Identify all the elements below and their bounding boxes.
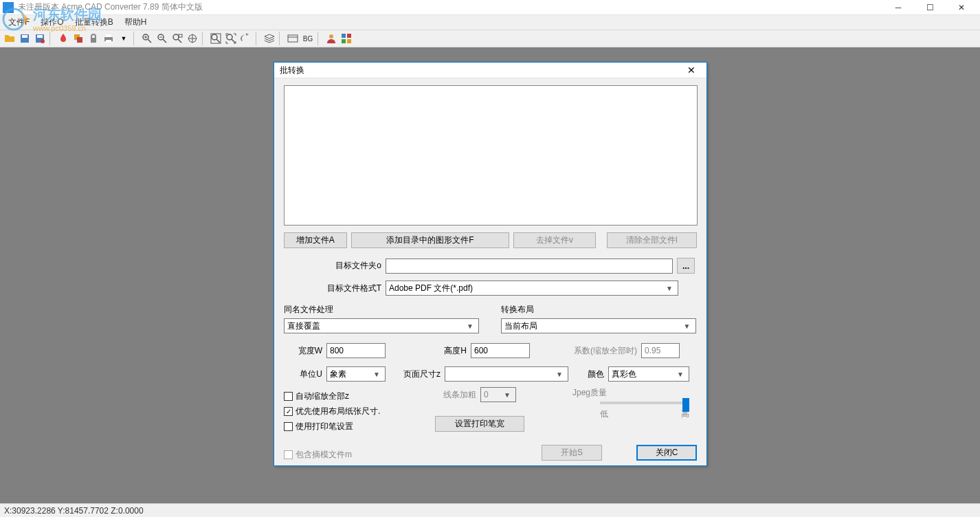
watermark-url: www.pc0359.cn bbox=[33, 24, 102, 32]
dialog-body: 增加文件A 添加目录中的图形文件F 去掉文件v 清除全部文件l 目标文件夹o .… bbox=[274, 78, 706, 468]
dialog-close-button[interactable]: ✕ bbox=[682, 63, 701, 78]
watermark-logo-icon bbox=[1, 6, 32, 33]
remove-file-button[interactable]: 去掉文件v bbox=[513, 232, 595, 248]
svg-point-18 bbox=[173, 34, 179, 40]
target-format-value: Adobe PDF 文件(*.pdf) bbox=[389, 283, 664, 294]
svg-point-21 bbox=[212, 34, 217, 40]
chevron-down-icon: ▼ bbox=[371, 371, 382, 378]
color-label: 颜色 bbox=[572, 368, 604, 380]
file-buttons-row: 增加文件A 添加目录中的图形文件F 去掉文件v 清除全部文件l bbox=[284, 232, 697, 248]
minimize-button[interactable]: ─ bbox=[882, 1, 914, 14]
scale-input bbox=[641, 343, 680, 358]
coordinates-label: X:30923.2286 Y:81457.7702 Z:0.0000 bbox=[4, 506, 144, 516]
zoom-out-icon[interactable] bbox=[155, 32, 169, 45]
file-list[interactable] bbox=[284, 85, 698, 226]
svg-line-12 bbox=[148, 39, 151, 43]
chevron-down-icon: ▼ bbox=[675, 371, 686, 378]
slider-low-label: 低 bbox=[600, 408, 608, 420]
checkbox-icon bbox=[284, 392, 293, 401]
use-layout-paper-checkbox-row[interactable]: ✓ 优先使用布局纸张尺寸. bbox=[284, 406, 435, 417]
start-button[interactable]: 开始S bbox=[542, 445, 602, 461]
color-combo[interactable]: 真彩色 ▼ bbox=[608, 366, 689, 382]
window-icon[interactable] bbox=[339, 32, 353, 45]
slider-thumb bbox=[682, 398, 689, 412]
layer-icon[interactable] bbox=[263, 32, 276, 45]
same-name-combo[interactable]: 直接覆盖 ▼ bbox=[284, 318, 479, 333]
same-name-label: 同名文件处理 bbox=[284, 304, 480, 316]
target-folder-label: 目标文件夹o bbox=[284, 260, 381, 272]
svg-line-25 bbox=[232, 39, 235, 43]
browse-button[interactable]: ... bbox=[677, 258, 695, 274]
window-controls: ─ ☐ ✕ bbox=[882, 1, 977, 14]
zoom-extents-icon[interactable] bbox=[209, 32, 223, 45]
add-file-button[interactable]: 增加文件A bbox=[284, 232, 347, 248]
zoom-window-icon[interactable] bbox=[170, 32, 184, 45]
width-label: 宽度W bbox=[284, 345, 322, 357]
line-bold-combo: 0 ▼ bbox=[480, 387, 516, 402]
convert-layout-value: 当前布局 bbox=[504, 320, 682, 332]
status-bar: X:30923.2286 Y:81457.7702 Z:0.0000 bbox=[0, 503, 980, 517]
auto-scale-checkbox-row[interactable]: 自动缩放全部z bbox=[284, 390, 435, 402]
unit-value: 象素 bbox=[330, 368, 371, 380]
same-name-group: 同名文件处理 直接覆盖 ▼ bbox=[284, 304, 480, 333]
slider-labels: 低 高 bbox=[600, 408, 689, 420]
watermark-overlay: 河东软件园 www.pc0359.cn bbox=[0, 0, 137, 41]
convert-layout-combo[interactable]: 当前布局 ▼ bbox=[501, 318, 696, 333]
same-name-value: 直接覆盖 bbox=[287, 320, 465, 332]
svg-point-33 bbox=[3, 9, 24, 30]
target-folder-input[interactable] bbox=[386, 258, 673, 274]
toolbar: ▼ BG bbox=[0, 30, 980, 47]
include-mold-checkbox-row: 包含摘模文件m bbox=[284, 449, 352, 461]
user-icon[interactable] bbox=[324, 32, 338, 45]
svg-rect-20 bbox=[179, 34, 182, 37]
svg-line-22 bbox=[216, 39, 220, 43]
width-input[interactable] bbox=[326, 343, 386, 358]
page-size-combo[interactable]: ▼ bbox=[445, 366, 568, 382]
unit-combo[interactable]: 象素 ▼ bbox=[326, 366, 386, 382]
line-bold-label: 线条加粗 bbox=[435, 389, 476, 401]
checkbox-checked-icon: ✓ bbox=[284, 407, 293, 416]
toolbar-separator bbox=[318, 32, 322, 45]
bg-icon[interactable]: BG bbox=[301, 32, 315, 45]
menu-bar: 文件F 操作O 批量转换B 帮助H bbox=[0, 15, 980, 30]
color-value: 真彩色 bbox=[612, 368, 675, 380]
svg-line-19 bbox=[178, 39, 181, 43]
height-label: 高度H bbox=[390, 345, 467, 357]
svg-rect-30 bbox=[347, 34, 351, 38]
use-layout-paper-label: 优先使用布局纸张尺寸. bbox=[296, 406, 380, 417]
svg-rect-32 bbox=[347, 39, 351, 43]
chevron-down-icon: ▼ bbox=[502, 391, 513, 399]
chevron-down-icon: ▼ bbox=[664, 285, 675, 292]
unit-label: 单位U bbox=[284, 368, 322, 380]
checkbox-icon bbox=[284, 450, 293, 459]
pan-icon[interactable] bbox=[186, 32, 199, 45]
toolbar-separator bbox=[279, 32, 283, 45]
zoom-in-icon[interactable] bbox=[140, 32, 154, 45]
line-bold-value: 0 bbox=[484, 390, 502, 399]
zoom-all-icon[interactable] bbox=[224, 32, 238, 45]
regen-icon[interactable] bbox=[239, 32, 253, 45]
add-folder-button[interactable]: 添加目录中的图形文件F bbox=[351, 232, 510, 248]
convert-layout-label: 转换布局 bbox=[501, 304, 698, 316]
jpeg-quality-slider bbox=[600, 402, 689, 404]
toolbar-separator bbox=[256, 32, 260, 45]
window-title: 未注册版本 Acme CAD Converter 7.89 简体中文版 bbox=[18, 1, 882, 13]
clear-all-button[interactable]: 清除全部文件l bbox=[607, 232, 697, 248]
include-mold-label: 包含摘模文件m bbox=[296, 449, 352, 461]
maximize-button[interactable]: ☐ bbox=[914, 1, 946, 14]
svg-rect-26 bbox=[288, 35, 298, 42]
height-input[interactable] bbox=[471, 343, 530, 358]
target-format-combo[interactable]: Adobe PDF 文件(*.pdf) ▼ bbox=[386, 280, 678, 296]
page-size-label: 页面尺寸z bbox=[390, 368, 441, 380]
convert-layout-group: 转换布局 当前布局 ▼ bbox=[501, 304, 698, 333]
close-button[interactable]: ✕ bbox=[946, 1, 977, 14]
scale-label: 系数(缩放全部时) bbox=[534, 345, 637, 357]
use-print-pen-checkbox-row[interactable]: 使用打印笔设置 bbox=[284, 421, 435, 432]
toolbar-separator bbox=[202, 32, 206, 45]
pen-settings-button[interactable]: 设置打印笔宽 bbox=[435, 416, 524, 432]
close-button[interactable]: 关闭C bbox=[636, 445, 697, 461]
dialog-title-bar[interactable]: 批转换 ✕ bbox=[274, 63, 706, 78]
view-icon[interactable] bbox=[286, 32, 300, 45]
svg-point-28 bbox=[329, 34, 333, 38]
watermark-text: 河东软件园 bbox=[33, 6, 102, 24]
